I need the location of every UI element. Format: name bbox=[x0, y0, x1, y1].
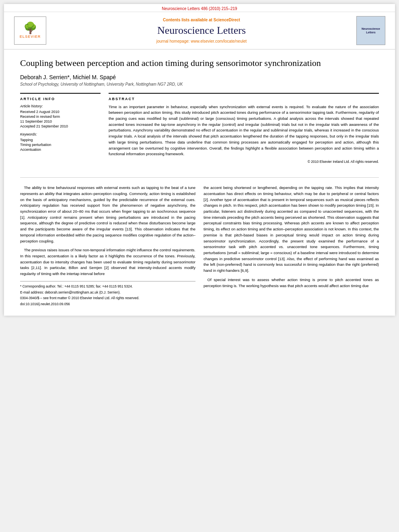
footnote-asterisk: * Corresponding author. Tel.: +44 0115 9… bbox=[20, 284, 195, 289]
article-info-title: ARTICLE INFO bbox=[20, 97, 101, 101]
sciencedirect-link: Contents lists available at ScienceDirec… bbox=[163, 18, 240, 22]
abstract-title: ABSTRACT bbox=[109, 97, 379, 101]
journal-thumbnail: Neuroscience Letters bbox=[355, 16, 387, 45]
header-center: Contents lists available at ScienceDirec… bbox=[52, 16, 351, 45]
affiliation: School of Psychology, University of Nott… bbox=[20, 82, 379, 86]
homepage-url[interactable]: www.elsevier.com/locate/neulet bbox=[191, 39, 247, 43]
footnote-doi: doi:10.1016/j.neulet.2010.09.056 bbox=[20, 302, 195, 307]
body: The ability to time behavioural response… bbox=[4, 182, 395, 316]
journal-citation: Neuroscience Letters 486 (2010) 215–219 bbox=[4, 4, 395, 12]
revised-date: 11 September 2010 bbox=[20, 119, 101, 123]
authors: Deborah J. Serrien*, Michiel M. Spapé bbox=[20, 74, 379, 80]
citation-text: Neuroscience Letters 486 (2010) 215–219 bbox=[162, 6, 237, 11]
body-para2: The previous raises issues of how non-te… bbox=[20, 247, 195, 277]
logo-box: 🌳 ELSEVIER bbox=[14, 16, 46, 45]
journal-homepage: journal homepage: www.elsevier.com/locat… bbox=[156, 39, 247, 43]
contents-text: Contents lists available at bbox=[163, 18, 212, 22]
body-col2-para1: the accent being shortened or lengthened… bbox=[204, 185, 379, 274]
journal-header: 🌳 ELSEVIER Contents lists available at S… bbox=[4, 12, 395, 49]
footnote-issn: 0304-3940/$ – see front matter © 2010 El… bbox=[20, 296, 195, 301]
history-label: Article history: bbox=[20, 104, 101, 108]
article-header: Coupling between perception and action t… bbox=[4, 49, 395, 173]
elsevier-logo: 🌳 ELSEVIER bbox=[12, 16, 48, 45]
journal-title: Neuroscience Letters bbox=[157, 25, 246, 37]
abstract: ABSTRACT Time is an important parameter … bbox=[109, 93, 379, 164]
thumb-image: Neuroscience Letters bbox=[356, 16, 385, 45]
body-col2: the accent being shortened or lengthened… bbox=[204, 185, 379, 308]
tree-icon: 🌳 bbox=[23, 23, 37, 34]
footnotes: * Corresponding author. Tel.: +44 0115 9… bbox=[20, 281, 195, 307]
keyword-tapping: Tapping bbox=[20, 138, 101, 142]
abstract-text: Time is an important parameter in behavi… bbox=[109, 104, 379, 157]
footnote-email: E-mail address: deborah.serrien@nottingh… bbox=[20, 290, 195, 295]
homepage-label: journal homepage: bbox=[156, 39, 190, 43]
body-col2-para2: Of special interest was to assess whethe… bbox=[204, 277, 379, 289]
keywords-label: Keywords: bbox=[20, 132, 101, 136]
copyright: © 2010 Elsevier Ireland Ltd. All rights … bbox=[109, 160, 379, 164]
revised-label: Received in revised form bbox=[20, 115, 101, 119]
keyword-accentuation: Accentuation bbox=[20, 148, 101, 152]
page: Neuroscience Letters 486 (2010) 215–219 … bbox=[4, 4, 395, 316]
accepted-date: Accepted 21 September 2010 bbox=[20, 124, 101, 128]
sciencedirect-name[interactable]: ScienceDirect bbox=[214, 18, 240, 22]
article-info: ARTICLE INFO Article history: Received 2… bbox=[20, 93, 101, 164]
keyword-timing: Timing perturbation bbox=[20, 143, 101, 147]
body-para1: The ability to time behavioural response… bbox=[20, 185, 195, 244]
article-title: Coupling between perception and action t… bbox=[20, 58, 379, 69]
received-date: Received 2 August 2010 bbox=[20, 110, 101, 114]
body-col1: The ability to time behavioural response… bbox=[20, 185, 195, 308]
divider bbox=[20, 177, 379, 178]
elsevier-label: ELSEVIER bbox=[20, 35, 41, 39]
article-meta: ARTICLE INFO Article history: Received 2… bbox=[20, 93, 379, 164]
